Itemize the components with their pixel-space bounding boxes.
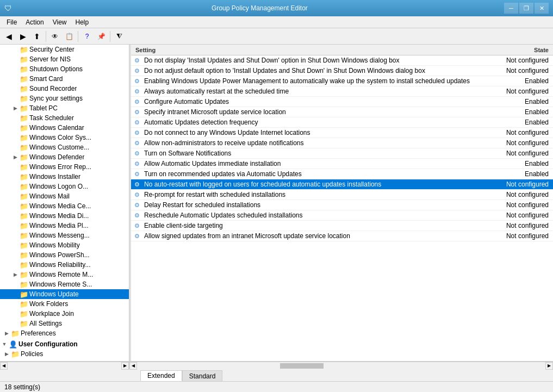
setting-row-s4[interactable]: ⚙ Always automatically restart at the sc… — [131, 86, 553, 97]
tree-item-workplace-join[interactable]: 📁 Workplace Join — [0, 309, 129, 319]
folder-icon: 📁 — [20, 300, 28, 308]
tree-item-security-center[interactable]: 📁 Security Center — [0, 45, 129, 54]
tree-label: Windows Calendar — [29, 124, 84, 132]
setting-state: Enabled — [486, 160, 551, 167]
toolbar-properties[interactable]: 📋 — [63, 30, 76, 43]
setting-row-s8[interactable]: ⚙ Do not connect to any Windows Update I… — [131, 128, 553, 138]
expander-preferences[interactable]: ▶ — [2, 329, 11, 338]
tree-item-windows-powersh[interactable]: 📁 Windows PowerSh... — [0, 250, 129, 260]
setting-row-s3[interactable]: ⚙ Enabling Windows Update Power Manageme… — [131, 76, 553, 86]
tree-label: Windows Installer — [29, 173, 80, 181]
hscroll-thumb[interactable] — [280, 363, 324, 369]
folder-icon: 📁 — [20, 221, 28, 230]
tree-item-all-settings[interactable]: 📁 All Settings — [0, 319, 129, 328]
toolbar-forward[interactable]: ▶ — [16, 30, 29, 43]
tree-item-windows-defender[interactable]: ▶ 📁 Windows Defender — [0, 152, 129, 162]
tree-item-windows-remote-s[interactable]: 📁 Windows Remote S... — [0, 279, 129, 289]
tree-item-windows-logon[interactable]: 📁 Windows Logon O... — [0, 182, 129, 191]
tree-item-preferences[interactable]: ▶ 📁 Preferences — [0, 328, 129, 338]
tree-item-windows-custome[interactable]: 📁 Windows Custome... — [0, 142, 129, 152]
setting-row-s11[interactable]: ⚙ Allow Automatic Updates immediate inst… — [131, 159, 553, 169]
right-panel-hscroll-left[interactable]: ◀ — [129, 362, 137, 370]
setting-name: Specify intranet Microsoft update servic… — [143, 108, 486, 116]
tree-item-tablet-pc[interactable]: ▶ 📁 Tablet PC — [0, 103, 129, 113]
tree-item-windows-reliability[interactable]: 📁 Windows Reliability... — [0, 260, 129, 270]
tree-item-windows-calendar[interactable]: 📁 Windows Calendar — [0, 123, 129, 133]
setting-state: Not configured — [486, 150, 551, 157]
folder-icon: 📁 — [20, 192, 28, 201]
setting-name: Delay Restart for scheduled installation… — [143, 201, 486, 209]
setting-row-s10[interactable]: ⚙ Turn on Software Notifications Not con… — [131, 148, 553, 159]
tree-item-work-folders[interactable]: 📁 Work Folders — [0, 299, 129, 309]
tree-item-windows-messeng[interactable]: 📁 Windows Messeng... — [0, 231, 129, 240]
tree-item-user-configuration[interactable]: ▼ 👤 User Configuration — [0, 339, 129, 349]
tree-label: Policies — [21, 350, 43, 358]
setting-row-s5[interactable]: ⚙ Configure Automatic Updates Enabled — [131, 97, 553, 107]
setting-row-s6[interactable]: ⚙ Specify intranet Microsoft update serv… — [131, 107, 553, 117]
folder-icon: 📁 — [20, 74, 28, 83]
tree-item-sound-recorder[interactable]: 📁 Sound Recorder — [0, 84, 129, 94]
tree-label: Windows Media Pl... — [29, 222, 89, 229]
setting-row-s14[interactable]: ⚙ Re-prompt for restart with scheduled i… — [131, 190, 553, 200]
setting-icon: ⚙ — [131, 117, 143, 128]
tree-item-windows-media-di[interactable]: 📁 Windows Media Di... — [0, 211, 129, 221]
setting-icon: ⚙ — [131, 179, 143, 190]
menu-bar: File Action View Help — [0, 16, 553, 28]
setting-row-s12[interactable]: ⚙ Turn on recommended updates via Automa… — [131, 169, 553, 179]
tree-item-windows-mobility[interactable]: 📁 Windows Mobility — [0, 240, 129, 250]
toolbar-show-hide[interactable]: 👁 — [48, 30, 61, 43]
setting-row-s2[interactable]: ⚙ Do not adjust default option to 'Insta… — [131, 66, 553, 76]
expander-placeholder — [11, 182, 20, 191]
tree-item-windows-media-ce[interactable]: 📁 Windows Media Ce... — [0, 201, 129, 211]
menu-action[interactable]: Action — [21, 17, 48, 27]
tree-item-windows-remote-m[interactable]: ▶ 📁 Windows Remote M... — [0, 270, 129, 279]
menu-view[interactable]: View — [48, 17, 71, 27]
toolbar-up[interactable]: ⬆ — [30, 30, 44, 43]
tab-extended[interactable]: Extended — [140, 370, 182, 381]
expander-tablet-pc[interactable]: ▶ — [11, 104, 20, 113]
tree-item-sync-settings[interactable]: 📁 Sync your settings — [0, 94, 129, 103]
left-panel-hscroll-left[interactable]: ◀ — [0, 362, 8, 370]
expander-windows-remote-m[interactable]: ▶ — [11, 270, 20, 279]
restore-button[interactable]: ❐ — [519, 3, 533, 14]
title-bar: 🛡 Group Policy Management Editor ─ ❐ ✕ — [0, 0, 553, 16]
minimize-button[interactable]: ─ — [504, 3, 518, 14]
tree-item-policies-user[interactable]: ▶ 📁 Policies — [0, 349, 129, 359]
tree-item-server-for-nis[interactable]: 📁 Server for NIS — [0, 54, 129, 64]
left-panel: 📁 Security Center 📁 Server for NIS 📁 Shu… — [0, 45, 129, 361]
right-panel-hscroll-right[interactable]: ▶ — [545, 362, 553, 370]
setting-row-s16[interactable]: ⚙ Reschedule Automatic Updates scheduled… — [131, 210, 553, 221]
toolbar-filter[interactable]: ⧨ — [113, 30, 126, 43]
main-container: 📁 Security Center 📁 Server for NIS 📁 Shu… — [0, 45, 553, 381]
tree-item-windows-mail[interactable]: 📁 Windows Mail — [0, 191, 129, 201]
menu-file[interactable]: File — [2, 17, 21, 27]
setting-row-s15[interactable]: ⚙ Delay Restart for scheduled installati… — [131, 200, 553, 210]
toolbar-back[interactable]: ◀ — [2, 30, 15, 43]
toolbar-pin[interactable]: 📌 — [95, 30, 108, 43]
tree-item-smart-card[interactable]: 📁 Smart Card — [0, 74, 129, 84]
tree-item-windows-media-pl[interactable]: 📁 Windows Media Pl... — [0, 221, 129, 231]
expander-policies-user[interactable]: ▶ — [2, 350, 11, 358]
tree-item-shutdown-options[interactable]: 📁 Shutdown Options — [0, 64, 129, 74]
setting-row-s1[interactable]: ⚙ Do not display 'Install Updates and Sh… — [131, 55, 553, 66]
left-panel-hscroll-right[interactable]: ▶ — [121, 362, 129, 370]
expander-user-config[interactable]: ▼ — [0, 340, 9, 349]
toolbar-help[interactable]: ? — [80, 30, 94, 43]
setting-state: Enabled — [486, 119, 551, 126]
setting-row-s9[interactable]: ⚙ Allow non-administrators to receive up… — [131, 138, 553, 148]
setting-icon: ⚙ — [131, 66, 143, 76]
tree-item-windows-error-rep[interactable]: 📁 Windows Error Rep... — [0, 162, 129, 172]
setting-row-s13[interactable]: ⚙ No auto-restart with logged on users f… — [131, 179, 553, 190]
tree-item-task-scheduler[interactable]: 📁 Task Scheduler — [0, 113, 129, 123]
setting-row-s17[interactable]: ⚙ Enable client-side targeting Not confi… — [131, 221, 553, 231]
tree-item-windows-update[interactable]: 📁 Windows Update — [0, 289, 129, 299]
toolbar-sep1 — [46, 31, 46, 42]
setting-row-s18[interactable]: ⚙ Allow signed updates from an intranet … — [131, 231, 553, 241]
setting-row-s7[interactable]: ⚙ Automatic Updates detection frequency … — [131, 117, 553, 128]
tree-item-windows-installer[interactable]: 📁 Windows Installer — [0, 172, 129, 182]
tree-item-windows-color-sys[interactable]: 📁 Windows Color Sys... — [0, 133, 129, 142]
menu-help[interactable]: Help — [71, 17, 94, 27]
expander-windows-defender[interactable]: ▶ — [11, 153, 20, 161]
tab-standard[interactable]: Standard — [182, 370, 223, 381]
close-button[interactable]: ✕ — [535, 3, 549, 14]
